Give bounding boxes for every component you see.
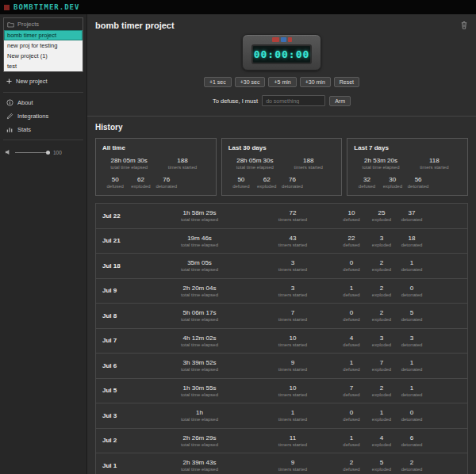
volume-value: 100 [53,150,62,155]
timer-adjust-button[interactable]: +30 min [300,77,331,87]
row-detonated-caption: detonated [397,392,427,397]
row-exploded-stat: 4 exploded [367,434,397,447]
project-list-item[interactable]: bomb timer project [4,30,83,40]
row-exploded-caption: exploded [367,417,397,422]
new-project-button[interactable]: New project [3,72,83,89]
row-timers-stat: 72 timers started [249,209,336,222]
sidebar-divider [3,140,83,140]
row-defused-caption: defused [336,317,367,322]
row-time-stat: 5h 06m 17s total time elapsed [150,309,249,322]
summary-outcome-stats: 50 defused 62 exploded 76 detonated [102,176,179,189]
volume-slider-thumb[interactable] [46,151,50,155]
row-detonated-value: 1 [397,384,427,392]
top-bar: BOMBTIMER.DEV [0,0,476,14]
project-list-item[interactable]: new proj for testing [4,40,83,51]
project-list-item[interactable]: New project (1) [4,51,83,61]
sidebar-item-stats[interactable]: Stats [3,123,83,136]
row-date: Jul 7 [102,337,150,344]
row-exploded-value: 3 [367,235,397,242]
row-defused-caption: defused [336,442,367,447]
total-time-value: 28h 05m 30s [102,157,155,164]
row-timers-stat: 10 timers started [249,384,336,397]
row-defused-value: 22 [336,235,367,242]
history-summary-card: Last 7 days 2h 53m 20s total time elapse… [347,138,468,196]
row-timers-value: 72 [249,209,336,216]
detonated-stat: 76 detonated [279,176,305,189]
row-date: Jul 5 [102,387,150,394]
row-exploded-stat: 25 exploded [367,209,397,222]
sidebar-item-integrations[interactable]: Integrations [3,109,83,123]
row-timers-value: 11 [249,434,336,442]
row-timers-caption: timers started [249,317,336,322]
timer-adjust-button[interactable]: +5 min [268,77,296,87]
row-exploded-value: 2 [367,285,397,292]
volume-control: 100 [3,143,83,155]
row-detonated-caption: detonated [397,342,427,347]
row-exploded-value: 1 [367,409,397,416]
main-header: bomb timer project [95,21,468,30]
row-detonated-stat: 5 detonated [397,309,427,322]
detonated-caption: detonated [405,184,431,189]
total-time-stat: 2h 53m 20s total time elapsed [354,157,407,170]
row-date: Jul 8 [102,312,150,319]
row-timers-caption: timers started [249,243,336,247]
row-exploded-caption: exploded [367,267,397,272]
row-timers-caption: timers started [249,367,336,372]
row-exploded-caption: exploded [367,467,397,472]
row-exploded-caption: exploded [367,217,397,222]
row-timers-stat: 3 timers started [249,285,336,297]
history-row: Jul 2 2h 26m 29s total time elapsed 11 t… [95,428,468,454]
row-time-value: 1h [150,409,249,416]
row-exploded-caption: exploded [367,392,397,397]
row-time-caption: total time elapsed [150,392,249,397]
row-timers-stat: 9 timers started [249,459,336,472]
row-time-value: 1h 58m 29s [150,209,249,216]
row-detonated-value: 3 [397,334,427,342]
row-exploded-caption: exploded [367,243,397,247]
project-item-label: test [7,63,17,70]
row-detonated-caption: detonated [397,243,427,247]
row-timers-value: 3 [249,285,336,292]
row-date: Jul 6 [102,362,150,369]
row-exploded-value: 3 [367,334,397,342]
row-time-caption: total time elapsed [150,367,249,372]
timer-adjust-button[interactable]: Reset [334,77,359,87]
bar-chart-icon [6,126,13,133]
summary-card-title: All time [102,144,209,151]
timers-started-caption: timers started [282,165,335,170]
defuse-input[interactable] [262,95,325,106]
row-exploded-value: 25 [367,209,397,216]
timer-adjust-button[interactable]: +1 sec [204,77,232,87]
history-summary-cards: All time 28h 05m 30s total time elapsed … [95,138,468,196]
history-row: Jul 22 1h 58m 29s total time elapsed 72 … [95,203,468,229]
row-time-caption: total time elapsed [150,292,249,297]
timer-adjust-button[interactable]: +30 sec [235,77,266,87]
exploded-caption: exploded [380,184,405,189]
sidebar-item-about[interactable]: About [3,96,83,109]
row-detonated-caption: detonated [397,367,427,372]
defused-caption: defused [228,184,254,189]
summary-outcome-stats: 50 defused 62 exploded 76 detonated [228,176,305,189]
row-defused-stat: 0 defused [336,409,367,422]
arm-button[interactable]: Arm [329,96,351,106]
content-area: Projects bomb timer project new proj for… [0,14,476,474]
row-detonated-value: 0 [397,409,427,416]
row-detonated-value: 1 [397,259,427,266]
speaker-icon [5,149,12,155]
row-time-value: 3h 39m 52s [150,359,249,366]
row-detonated-value: 6 [397,434,427,442]
defused-stat: 32 defused [354,176,379,189]
volume-slider[interactable] [15,150,50,155]
plus-icon [6,78,12,84]
exploded-caption: exploded [254,184,279,189]
row-time-stat: 4h 12m 02s total time elapsed [150,334,249,347]
row-date: Jul 21 [102,237,150,244]
exploded-stat: 30 exploded [380,176,405,189]
row-timers-value: 9 [249,459,336,466]
row-detonated-value: 0 [397,285,427,292]
row-exploded-stat: 7 exploded [367,359,397,372]
project-list-item[interactable]: test [4,61,83,71]
row-exploded-caption: exploded [367,317,397,322]
row-defused-caption: defused [336,417,367,422]
delete-project-button[interactable] [460,21,468,29]
